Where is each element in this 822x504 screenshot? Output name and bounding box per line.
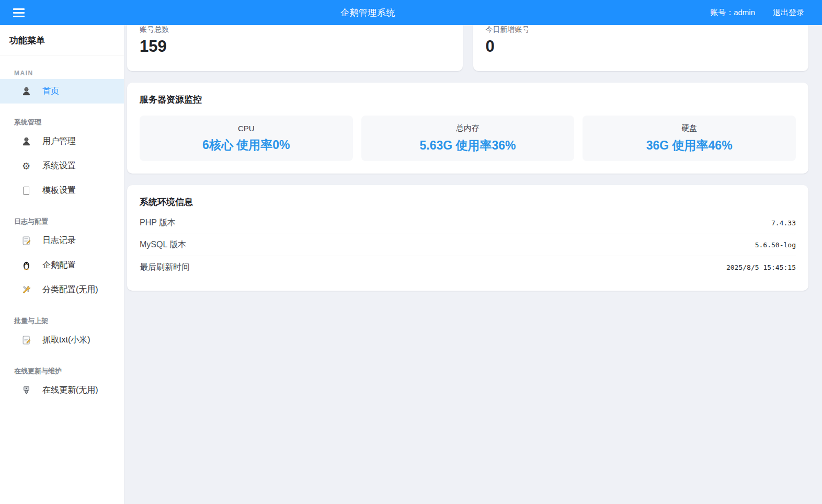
sidebar-item-label: 系统设置 (42, 161, 76, 171)
penguin-icon (21, 260, 31, 271)
sidebar-item[interactable]: 日志记录 (0, 228, 124, 253)
sidebar-title: 功能菜单 (0, 25, 124, 55)
monitor-label: 总内存 (456, 123, 480, 133)
stat-value: 159 (140, 38, 450, 55)
env-row-value: 5.6.50-log (755, 241, 796, 249)
stat-label: 账号总数 (140, 25, 450, 35)
sidebar-item-label: 在线更新(无用) (42, 385, 98, 396)
env-row: 最后刷新时间2025/8/5 15:45:15 (140, 256, 796, 278)
sidebar-section-label: 在线更新与维护 (14, 366, 124, 376)
sidebar-item-label: 用户管理 (42, 136, 76, 147)
sidebar-item[interactable]: 在线更新(无用) (0, 378, 124, 403)
menu-icon[interactable] (13, 6, 26, 19)
memo-icon (21, 335, 31, 346)
main-content: 账号总数159今日新增账号0 服务器资源监控 CPU6核心 使用率0%总内存5.… (124, 0, 822, 291)
memo-icon (21, 236, 31, 246)
sidebar-item[interactable]: 模板设置 (0, 178, 124, 203)
monitor-value: 36G 使用率46% (646, 138, 733, 154)
env-row-label: PHP 版本 (140, 217, 176, 228)
monitor-cards: CPU6核心 使用率0%总内存5.63G 使用率36%硬盘36G 使用率46% (140, 116, 796, 161)
sidebar-item-label: 抓取txt(小米) (42, 335, 90, 346)
person-icon (21, 86, 31, 97)
env-row-value: 7.4.33 (771, 219, 796, 227)
monitor-title: 服务器资源监控 (140, 94, 796, 106)
app-title: 企鹅管理系统 (26, 7, 710, 19)
monitor-label: 硬盘 (681, 123, 697, 133)
env-row: PHP 版本7.4.33 (140, 212, 796, 234)
sidebar: 功能菜单 MAIN首页系统管理用户管理⚙系统设置模板设置日志与配置日志记录企鹅配… (0, 25, 124, 504)
monitor-card: 硬盘36G 使用率46% (583, 116, 796, 161)
sidebar-item[interactable]: ⚙系统设置 (0, 154, 124, 178)
sidebar-item-label: 日志记录 (42, 235, 76, 246)
sidebar-item[interactable]: 首页 (0, 79, 124, 104)
sidebar-item[interactable]: 分类配置(无用) (0, 278, 124, 302)
env-row: MySQL 版本5.6.50-log (140, 234, 796, 256)
sidebar-section-label: 批量与上架 (14, 316, 124, 326)
env-row-label: MySQL 版本 (140, 239, 186, 250)
env-rows: PHP 版本7.4.33MySQL 版本5.6.50-log最后刷新时间2025… (140, 212, 796, 278)
clamp-icon (21, 385, 31, 396)
account-label: 账号：admin (710, 8, 755, 18)
monitor-card: CPU6核心 使用率0% (140, 116, 353, 161)
sidebar-item[interactable]: 抓取txt(小米) (0, 328, 124, 352)
sidebar-section-label: MAIN (14, 70, 124, 77)
monitor-panel: 服务器资源监控 CPU6核心 使用率0%总内存5.63G 使用率36%硬盘36G… (127, 83, 808, 174)
sidebar-item-label: 首页 (42, 86, 59, 97)
sidebar-item-label: 分类配置(无用) (42, 284, 98, 295)
topbar: 企鹅管理系统 账号：admin 退出登录 (0, 0, 822, 25)
sidebar-item-label: 模板设置 (42, 185, 76, 196)
sidebar-section-label: 日志与配置 (14, 217, 124, 226)
tofu-icon (21, 186, 31, 196)
env-panel: 系统环境信息 PHP 版本7.4.33MySQL 版本5.6.50-log最后刷… (127, 185, 808, 291)
monitor-label: CPU (238, 124, 255, 133)
sidebar-item[interactable]: 企鹅配置 (0, 253, 124, 278)
sidebar-item-label: 企鹅配置 (42, 260, 76, 271)
monitor-value: 6核心 使用率0% (202, 137, 290, 153)
topbar-account-area: 账号：admin 退出登录 (710, 8, 804, 18)
stat-label: 今日新增账号 (486, 25, 796, 35)
sidebar-sections: MAIN首页系统管理用户管理⚙系统设置模板设置日志与配置日志记录企鹅配置分类配置… (0, 70, 124, 403)
env-title: 系统环境信息 (140, 196, 796, 208)
gear-icon: ⚙ (21, 161, 31, 171)
sidebar-item[interactable]: 用户管理 (0, 129, 124, 154)
monitor-card: 总内存5.63G 使用率36% (361, 116, 575, 161)
sidebar-section-label: 系统管理 (14, 118, 124, 127)
env-row-label: 最后刷新时间 (140, 262, 190, 273)
tools-icon (21, 285, 31, 295)
person-icon (21, 136, 31, 147)
logout-button[interactable]: 退出登录 (773, 8, 804, 18)
stat-value: 0 (486, 38, 796, 55)
env-row-value: 2025/8/5 15:45:15 (726, 264, 796, 271)
monitor-value: 5.63G 使用率36% (419, 138, 516, 154)
